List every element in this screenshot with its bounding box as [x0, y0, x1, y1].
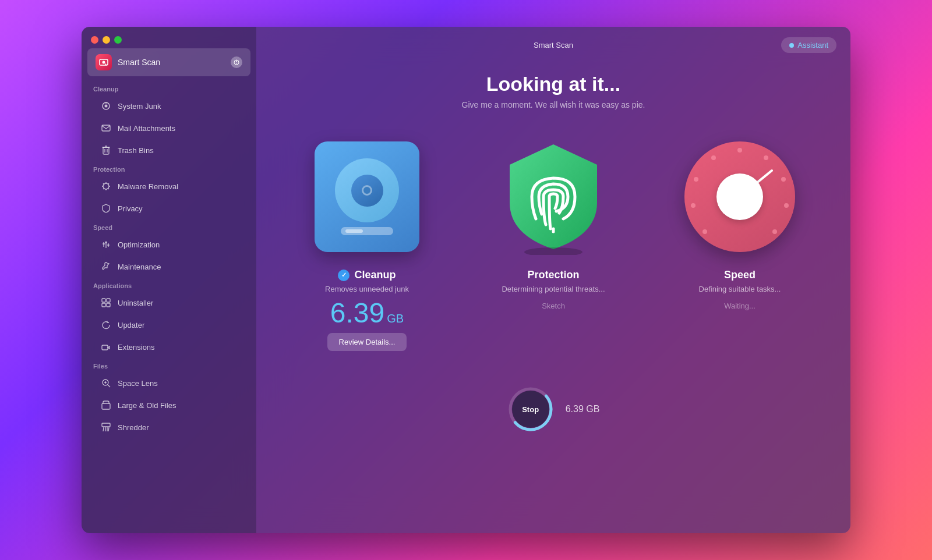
svg-rect-31: [107, 299, 110, 302]
sidebar-item-extensions[interactable]: Extensions: [86, 336, 252, 357]
bottom-size-label: 6.39 GB: [566, 404, 600, 414]
main-heading: Looking at it...: [486, 73, 620, 95]
space-lens-label: Space Lens: [118, 379, 158, 388]
svg-line-41: [103, 427, 104, 431]
sidebar-item-malware-removal[interactable]: Malware Removal: [86, 176, 252, 197]
protection-description: Determining potential threats...: [502, 285, 605, 293]
svg-line-20: [103, 183, 104, 185]
svg-rect-30: [102, 299, 105, 302]
svg-rect-33: [107, 303, 110, 307]
space-lens-icon: [100, 377, 112, 389]
protection-icon-area: [495, 139, 612, 255]
extensions-icon: [100, 341, 112, 353]
speed-description: Defining suitable tasks...: [699, 285, 781, 293]
speed-sub: Waiting...: [724, 302, 756, 310]
protection-title-label: Protection: [527, 269, 579, 281]
cleanup-card-title: ✓ Cleanup: [338, 269, 396, 281]
sidebar-item-space-lens[interactable]: Space Lens: [86, 373, 252, 394]
svg-point-54: [702, 229, 707, 234]
cleanup-unit: GB: [387, 312, 404, 325]
svg-point-50: [772, 229, 777, 234]
shredder-icon: [100, 421, 112, 433]
sidebar-item-large-old-files[interactable]: Large & Old Files: [86, 395, 252, 416]
cleanup-description: Removes unneeded junk: [325, 285, 409, 293]
hdd-disk: [335, 158, 399, 222]
sidebar-item-trash-bins[interactable]: Trash Bins: [86, 140, 252, 161]
hdd-icon: [315, 141, 419, 252]
svg-point-52: [694, 177, 698, 182]
speed-center-knob: [716, 173, 763, 220]
sidebar-item-optimization[interactable]: Optimization: [86, 234, 252, 255]
main-content-area: Smart Scan Assistant Looking at it... Gi…: [256, 27, 850, 533]
cleanup-check-icon: ✓: [338, 270, 350, 281]
sidebar-item-maintenance[interactable]: Maintenance: [86, 256, 252, 277]
speed-title-label: Speed: [724, 269, 756, 281]
speed-card-title: Speed: [724, 269, 756, 281]
updater-icon: [100, 319, 112, 331]
malware-icon: [100, 180, 112, 192]
protection-sub: Sketch: [542, 302, 565, 310]
minimize-button[interactable]: [103, 36, 110, 44]
sidebar-item-mail-attachments[interactable]: Mail Attachments: [86, 118, 252, 139]
traffic-lights: [91, 36, 248, 44]
mail-attachments-label: Mail Attachments: [118, 124, 175, 133]
section-label-protection: Protection: [82, 161, 256, 175]
speedometer-icon: [684, 141, 795, 252]
svg-point-47: [764, 155, 768, 160]
sidebar-item-smart-scan[interactable]: Smart Scan: [87, 48, 250, 76]
cards-row: ✓ Cleanup Removes unneeded junk 6.39 GB …: [280, 139, 827, 351]
updater-label: Updater: [118, 321, 144, 329]
sidebar-item-shredder[interactable]: Shredder: [86, 417, 252, 438]
mail-icon: [100, 122, 112, 134]
svg-line-36: [108, 385, 110, 387]
svg-rect-9: [102, 125, 110, 131]
assistant-dot: [789, 43, 794, 48]
uninstaller-icon: [100, 297, 112, 309]
sidebar-item-updater[interactable]: Updater: [86, 314, 252, 335]
trash-icon: [100, 144, 112, 156]
sidebar-item-privacy[interactable]: Privacy: [86, 198, 252, 219]
protection-card: Protection Determining potential threats…: [472, 139, 635, 310]
sidebar-item-system-junk[interactable]: System Junk: [86, 95, 252, 116]
shield-icon: [498, 139, 609, 255]
large-old-files-icon: [100, 399, 112, 411]
system-junk-icon: [100, 100, 112, 112]
svg-line-44: [108, 427, 109, 431]
maximize-button[interactable]: [114, 36, 122, 44]
svg-point-1: [103, 61, 105, 64]
sidebar-item-uninstaller[interactable]: Uninstaller: [86, 292, 252, 313]
svg-rect-32: [102, 303, 105, 307]
svg-rect-10: [103, 147, 109, 154]
cleanup-icon-area: [309, 139, 425, 255]
svg-rect-39: [102, 403, 110, 409]
review-details-button[interactable]: Review Details...: [327, 333, 407, 351]
optimization-icon: [100, 239, 112, 250]
svg-point-49: [784, 203, 789, 208]
app-window: Smart Scan Cleanup System Junk: [82, 27, 850, 533]
svg-line-23: [103, 189, 104, 190]
shredder-label: Shredder: [118, 423, 149, 432]
large-old-files-label: Large & Old Files: [118, 401, 176, 410]
cleanup-card: ✓ Cleanup Removes unneeded junk 6.39 GB …: [285, 139, 449, 351]
maintenance-icon: [100, 261, 112, 272]
section-label-applications: Applications: [82, 278, 256, 292]
cleanup-value-wrap: 6.39 GB: [330, 299, 404, 327]
main-title: Smart Scan: [534, 41, 573, 49]
assistant-label: Assistant: [797, 41, 828, 49]
speed-icon-area: [682, 139, 798, 255]
svg-line-21: [108, 189, 110, 190]
close-button[interactable]: [91, 36, 98, 44]
optimization-label: Optimization: [118, 240, 160, 249]
smart-scan-badge: [231, 56, 242, 68]
cleanup-value: 6.39: [330, 299, 384, 327]
protection-card-title: Protection: [527, 269, 579, 281]
main-subheading: Give me a moment. We all wish it was eas…: [462, 100, 645, 109]
assistant-button[interactable]: Assistant: [781, 37, 836, 53]
stop-button[interactable]: Stop: [512, 391, 549, 428]
main-body: Looking at it... Give me a moment. We al…: [256, 61, 850, 533]
section-label-speed: Speed: [82, 219, 256, 233]
hdd-disk-center: [362, 185, 372, 196]
hdd-disk-inner: [351, 175, 383, 207]
svg-line-22: [108, 183, 110, 185]
svg-point-48: [781, 177, 786, 182]
